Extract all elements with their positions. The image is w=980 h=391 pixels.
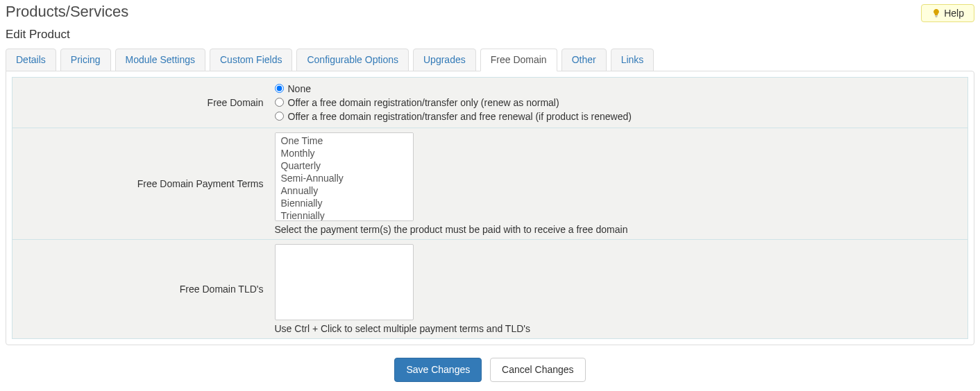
tlds-hint: Use Ctrl + Click to select multiple paym… bbox=[275, 323, 963, 334]
free-domain-radio[interactable] bbox=[275, 98, 284, 107]
free-domain-radio[interactable] bbox=[275, 112, 284, 121]
tab-configurable-options[interactable]: Configurable Options bbox=[296, 49, 409, 71]
payment-term-option[interactable]: Triennially bbox=[277, 209, 412, 221]
tab-module-settings[interactable]: Module Settings bbox=[115, 49, 205, 71]
tab-custom-fields[interactable]: Custom Fields bbox=[210, 49, 292, 71]
payment-terms-hint: Select the payment term(s) the product m… bbox=[275, 224, 963, 235]
tab-panel-free-domain: Free Domain NoneOffer a free domain regi… bbox=[6, 71, 974, 345]
free-domain-option[interactable]: Offer a free domain registration/transfe… bbox=[275, 96, 963, 110]
help-button[interactable]: Help bbox=[921, 4, 974, 22]
free-domain-option-label: Offer a free domain registration/transfe… bbox=[288, 97, 559, 108]
tlds-select[interactable] bbox=[275, 244, 414, 320]
payment-term-option[interactable]: Quarterly bbox=[277, 159, 412, 172]
help-button-label: Help bbox=[944, 8, 964, 19]
button-row: Save Changes Cancel Changes bbox=[6, 358, 974, 382]
svg-rect-0 bbox=[935, 16, 938, 17]
tlds-cell: Use Ctrl + Click to select multiple paym… bbox=[269, 239, 968, 338]
page-subtitle: Edit Product bbox=[6, 28, 974, 42]
free-domain-label: Free Domain bbox=[12, 77, 269, 128]
payment-term-option[interactable]: One Time bbox=[277, 134, 412, 147]
payment-terms-select[interactable]: One TimeMonthlyQuarterlySemi-AnnuallyAnn… bbox=[275, 132, 414, 221]
free-domain-option-label: None bbox=[288, 83, 311, 94]
payment-terms-label: Free Domain Payment Terms bbox=[12, 128, 269, 239]
payment-term-option[interactable]: Semi-Annually bbox=[277, 172, 412, 184]
payment-term-option[interactable]: Annually bbox=[277, 184, 412, 197]
free-domain-option[interactable]: None bbox=[275, 82, 963, 96]
tab-details[interactable]: Details bbox=[6, 49, 56, 71]
tabs-bar: DetailsPricingModule SettingsCustom Fiel… bbox=[6, 49, 974, 71]
tab-upgrades[interactable]: Upgrades bbox=[413, 49, 476, 71]
tab-free-domain[interactable]: Free Domain bbox=[480, 49, 557, 71]
cancel-button[interactable]: Cancel Changes bbox=[490, 358, 586, 382]
free-domain-options-cell: NoneOffer a free domain registration/tra… bbox=[269, 77, 968, 128]
save-button[interactable]: Save Changes bbox=[394, 358, 482, 382]
tab-links[interactable]: Links bbox=[611, 49, 654, 71]
free-domain-option[interactable]: Offer a free domain registration/transfe… bbox=[275, 110, 963, 123]
free-domain-option-label: Offer a free domain registration/transfe… bbox=[288, 111, 632, 122]
payment-term-option[interactable]: Biennially bbox=[277, 197, 412, 209]
tab-pricing[interactable]: Pricing bbox=[60, 49, 111, 71]
free-domain-radio[interactable] bbox=[275, 84, 284, 93]
tab-other[interactable]: Other bbox=[561, 49, 607, 71]
tlds-label: Free Domain TLD's bbox=[12, 239, 269, 338]
page-title: Products/Services bbox=[6, 3, 128, 21]
svg-rect-1 bbox=[936, 17, 938, 17]
payment-term-option[interactable]: Monthly bbox=[277, 147, 412, 159]
lightbulb-icon bbox=[931, 8, 941, 18]
payment-terms-cell: One TimeMonthlyQuarterlySemi-AnnuallyAnn… bbox=[269, 128, 968, 239]
